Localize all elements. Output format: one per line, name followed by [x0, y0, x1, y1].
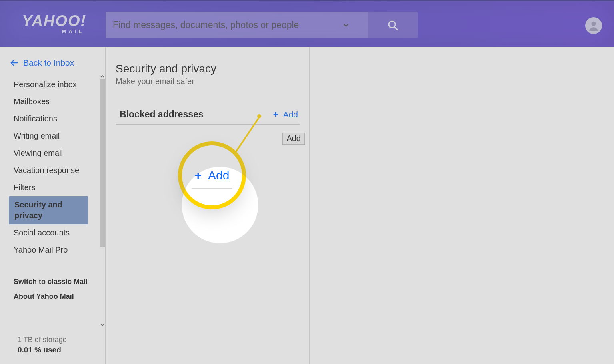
scrollbar-thumb[interactable]	[100, 79, 105, 247]
sidebar-item-vacation-response[interactable]: Vacation response	[0, 162, 99, 179]
chevron-down-icon	[342, 21, 350, 29]
settings-sidebar: Back to Inbox Personalize inbox Mailboxe…	[0, 47, 105, 364]
search-button[interactable]	[368, 12, 418, 38]
svg-line-1	[394, 27, 397, 30]
yahoo-mail-logo[interactable]: YAHOO! MAIL	[22, 13, 86, 34]
profile-avatar[interactable]	[585, 17, 602, 34]
logo-text-sub: MAIL	[22, 28, 86, 34]
sidebar-item-personalize-inbox[interactable]: Personalize inbox	[0, 76, 99, 93]
empty-right-pane	[310, 47, 614, 364]
add-tooltip: Add	[282, 133, 305, 145]
settings-panel: Security and privacy Make your email saf…	[105, 47, 310, 364]
add-link-label: Add	[283, 110, 298, 119]
sidebar-item-notifications[interactable]: Notifications	[0, 110, 99, 127]
back-to-inbox-link[interactable]: Back to Inbox	[10, 58, 74, 68]
search-input[interactable]	[106, 12, 368, 38]
app-header: YAHOO! MAIL	[0, 0, 614, 47]
search-icon	[387, 19, 399, 31]
logo-text-main: YAHOO!	[22, 13, 86, 28]
plus-icon: +	[195, 169, 202, 181]
section-title: Blocked addresses	[120, 109, 204, 120]
scrollbar-track[interactable]	[100, 79, 105, 322]
annotation-callout-divider	[192, 188, 232, 189]
sidebar-link-about[interactable]: About Yahoo Mail	[0, 289, 99, 304]
sidebar-scroll-area: Personalize inbox Mailboxes Notification…	[0, 72, 105, 329]
sidebar-scrollbar[interactable]	[100, 74, 105, 328]
sidebar-item-security-and-privacy[interactable]: Security and privacy	[9, 196, 88, 224]
storage-used-label: 0.01 % used	[18, 344, 105, 354]
blocked-addresses-section: Blocked addresses + Add	[116, 109, 300, 125]
back-to-inbox-label: Back to Inbox	[23, 58, 74, 68]
sidebar-item-yahoo-mail-pro[interactable]: Yahoo Mail Pro	[0, 241, 99, 259]
user-icon	[587, 19, 600, 32]
svg-point-2	[591, 22, 596, 26]
add-blocked-address-link[interactable]: + Add	[273, 110, 300, 119]
sidebar-item-viewing-email[interactable]: Viewing email	[0, 145, 99, 162]
annotation-callout: + Add	[182, 145, 242, 205]
panel-title: Security and privacy	[116, 62, 300, 75]
sidebar-item-writing-email[interactable]: Writing email	[0, 127, 99, 145]
storage-meter: 1 TB of storage 0.01 % used	[0, 329, 105, 364]
sidebar-link-switch-classic[interactable]: Switch to classic Mail	[0, 274, 99, 289]
sidebar-extra-links: Switch to classic Mail About Yahoo Mail	[0, 274, 99, 304]
sidebar-item-filters[interactable]: Filters	[0, 179, 99, 196]
section-header: Blocked addresses + Add	[116, 109, 300, 125]
storage-total-label: 1 TB of storage	[18, 336, 105, 344]
sidebar-item-mailboxes[interactable]: Mailboxes	[0, 93, 99, 110]
sidebar-item-social-accounts[interactable]: Social accounts	[0, 224, 99, 241]
app-body: Back to Inbox Personalize inbox Mailboxe…	[0, 47, 614, 364]
main-area: Security and privacy Make your email saf…	[105, 47, 614, 364]
annotation-callout-label: Add	[208, 169, 229, 182]
search-dropdown-button[interactable]	[336, 12, 356, 38]
scrollbar-up-arrow-icon[interactable]	[100, 74, 105, 79]
arrow-left-icon	[10, 58, 18, 67]
plus-icon: +	[273, 110, 278, 119]
search-bar	[106, 12, 418, 38]
panel-subtitle: Make your email safer	[116, 77, 300, 86]
scrollbar-down-arrow-icon[interactable]	[100, 322, 105, 328]
